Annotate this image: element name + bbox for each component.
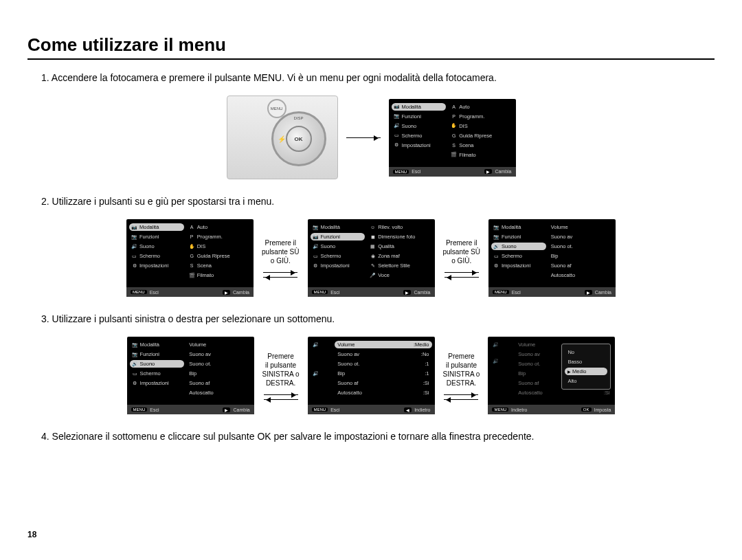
figure-row-3: 📷Modalità 📷Funzioni 🔊Suono ▭Schermo ⚙Imp…: [27, 337, 715, 414]
arrow-left-icon: [264, 399, 298, 400]
menu-item-modalita: 📷Modalità: [392, 103, 447, 111]
volume-popup: No Basso Medio Alto: [561, 344, 611, 390]
popup-opt-no: No: [565, 348, 607, 356]
arrow-left-icon: [445, 277, 479, 278]
camera-icon: 📷: [394, 104, 400, 110]
figure-row-2: 📷Modalità 📷Funzioni 🔊Suono ▭Schermo ⚙Imp…: [27, 219, 715, 297]
camera-illustration: MENU DISP ⚡ OK: [227, 96, 338, 179]
arrow-single: [346, 137, 381, 138]
arrow-left-icon: [263, 277, 297, 278]
arrow-right-icon: [444, 394, 478, 395]
popup-opt-alto: Alto: [565, 377, 607, 385]
lcd-step2-3: 📷Modalità 📷Funzioni 🔊Suono ▭Schermo ⚙Imp…: [488, 219, 616, 297]
arrow-left-icon: [444, 399, 478, 400]
figure-row-1: MENU DISP ⚡ OK 📷Modalità 📷Funzioni 🔊Suon…: [27, 96, 715, 179]
arrow-right-icon: [346, 137, 381, 138]
disp-label: DISP: [293, 116, 303, 120]
arrow-label-updown: Premere il pulsante SÙ o GIÙ.: [443, 238, 480, 265]
lcd-step3-2: 🔊 🔊 Volume:Medio Suono av:No Suono ot.:1…: [308, 337, 435, 414]
arrow-right-icon: [263, 272, 297, 273]
ok-button: OK: [286, 126, 312, 152]
menu-item-label: Modalità: [402, 104, 421, 110]
arrow-label-leftright: Premere il pulsante SINISTRA o DESTRA.: [443, 352, 480, 388]
lcd-footer: MENUEsci ▶Cambia: [389, 167, 516, 177]
lcd-step2-2: 📷Modalità 📷Funzioni 🔊Suono ▭Schermo ⚙Imp…: [308, 219, 435, 297]
lcd-step2-1: 📷Modalità 📷Funzioni 🔊Suono ▭Schermo ⚙Imp…: [126, 219, 254, 297]
popup-opt-medio: Medio: [565, 368, 607, 375]
step-1: 1. Accendere la fotocamera e premere il …: [41, 72, 715, 83]
arrow-right-icon: [445, 272, 479, 273]
popup-opt-basso: Basso: [565, 358, 607, 366]
arrow-label-updown: Premere il pulsante SÙ o GIÙ.: [262, 238, 299, 265]
step-2: 2. Utilizzare i pulsanti su e giù per sp…: [41, 196, 715, 207]
dpad-dial: DISP ⚡ OK: [271, 111, 326, 166]
lcd-step3-3: 🔊 🔊 Volume Suono av:No Suono ot.:1 Bip:1…: [488, 337, 615, 414]
step-4: 4. Selezionare il sottomenu e cliccare s…: [41, 431, 715, 442]
arrow-right-icon: [264, 394, 298, 395]
flash-icon: ⚡: [278, 135, 286, 143]
lcd-main-menu: 📷Modalità 📷Funzioni 🔊Suono ▭Schermo ⚙Imp…: [389, 99, 516, 177]
page-title: Come utilizzare il menu: [27, 34, 715, 60]
lcd-step3-1: 📷Modalità 📷Funzioni 🔊Suono ▭Schermo ⚙Imp…: [127, 337, 254, 414]
step-3: 3. Utilizzare i pulsanti sinistra o dest…: [41, 313, 715, 324]
arrow-label-leftright: Premere il pulsante SINISTRA o DESTRA.: [262, 352, 300, 388]
